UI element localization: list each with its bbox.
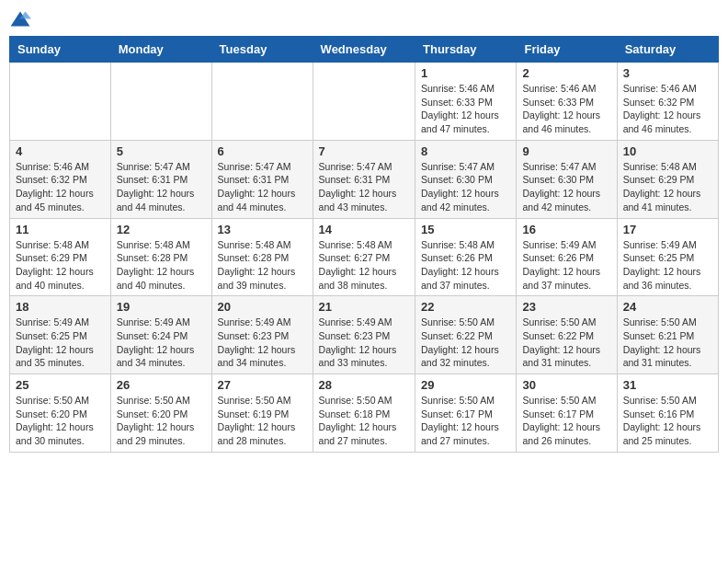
day-info: Sunrise: 5:46 AM Sunset: 6:32 PM Dayligh… bbox=[623, 82, 712, 136]
calendar-cell bbox=[10, 63, 111, 141]
day-number: 13 bbox=[218, 223, 307, 236]
day-info: Sunrise: 5:46 AM Sunset: 6:32 PM Dayligh… bbox=[16, 160, 105, 214]
calendar-cell: 13Sunrise: 5:48 AM Sunset: 6:28 PM Dayli… bbox=[211, 218, 313, 296]
day-info: Sunrise: 5:50 AM Sunset: 6:16 PM Dayligh… bbox=[623, 394, 712, 448]
calendar-cell: 26Sunrise: 5:50 AM Sunset: 6:20 PM Dayli… bbox=[110, 374, 211, 453]
day-number: 28 bbox=[319, 378, 409, 392]
calendar-cell: 1Sunrise: 5:46 AM Sunset: 6:33 PM Daylig… bbox=[415, 63, 517, 141]
calendar-cell bbox=[211, 63, 313, 141]
day-number: 25 bbox=[16, 378, 105, 392]
header-tuesday: Tuesday bbox=[211, 37, 313, 63]
day-number: 10 bbox=[623, 144, 712, 158]
day-number: 15 bbox=[421, 223, 510, 236]
day-number: 31 bbox=[623, 378, 712, 392]
day-number: 19 bbox=[117, 300, 206, 314]
day-number: 2 bbox=[522, 66, 610, 80]
calendar-cell: 19Sunrise: 5:49 AM Sunset: 6:24 PM Dayli… bbox=[110, 296, 211, 374]
day-number: 29 bbox=[421, 378, 510, 392]
day-info: Sunrise: 5:50 AM Sunset: 6:19 PM Dayligh… bbox=[218, 394, 307, 448]
day-number: 30 bbox=[522, 378, 610, 392]
day-info: Sunrise: 5:46 AM Sunset: 6:33 PM Dayligh… bbox=[421, 82, 510, 136]
day-info: Sunrise: 5:49 AM Sunset: 6:25 PM Dayligh… bbox=[623, 238, 712, 293]
week-row-4: 18Sunrise: 5:49 AM Sunset: 6:25 PM Dayli… bbox=[10, 296, 719, 374]
day-number: 9 bbox=[522, 144, 610, 158]
calendar-table: SundayMondayTuesdayWednesdayThursdayFrid… bbox=[9, 36, 719, 453]
day-info: Sunrise: 5:50 AM Sunset: 6:21 PM Dayligh… bbox=[623, 316, 712, 370]
day-info: Sunrise: 5:47 AM Sunset: 6:31 PM Dayligh… bbox=[218, 160, 307, 214]
calendar-cell bbox=[313, 63, 415, 141]
calendar-cell: 7Sunrise: 5:47 AM Sunset: 6:31 PM Daylig… bbox=[313, 140, 415, 218]
header-saturday: Saturday bbox=[617, 37, 718, 63]
day-number: 6 bbox=[218, 144, 307, 158]
calendar-cell: 22Sunrise: 5:50 AM Sunset: 6:22 PM Dayli… bbox=[415, 296, 517, 374]
day-number: 20 bbox=[218, 300, 307, 314]
calendar-cell: 24Sunrise: 5:50 AM Sunset: 6:21 PM Dayli… bbox=[617, 296, 718, 374]
week-row-5: 25Sunrise: 5:50 AM Sunset: 6:20 PM Dayli… bbox=[10, 374, 719, 453]
calendar-cell: 12Sunrise: 5:48 AM Sunset: 6:28 PM Dayli… bbox=[110, 218, 211, 296]
day-number: 12 bbox=[117, 223, 206, 236]
calendar-cell: 28Sunrise: 5:50 AM Sunset: 6:18 PM Dayli… bbox=[313, 374, 415, 453]
week-row-2: 4Sunrise: 5:46 AM Sunset: 6:32 PM Daylig… bbox=[10, 140, 719, 218]
day-info: Sunrise: 5:50 AM Sunset: 6:22 PM Dayligh… bbox=[522, 316, 610, 370]
calendar-cell: 18Sunrise: 5:49 AM Sunset: 6:25 PM Dayli… bbox=[10, 296, 111, 374]
calendar-cell: 10Sunrise: 5:48 AM Sunset: 6:29 PM Dayli… bbox=[617, 140, 718, 218]
day-number: 27 bbox=[218, 378, 307, 392]
day-number: 17 bbox=[623, 223, 712, 236]
day-info: Sunrise: 5:50 AM Sunset: 6:17 PM Dayligh… bbox=[421, 394, 510, 448]
calendar-cell: 3Sunrise: 5:46 AM Sunset: 6:32 PM Daylig… bbox=[617, 63, 718, 141]
day-number: 14 bbox=[319, 223, 409, 236]
day-number: 23 bbox=[522, 300, 610, 314]
day-number: 1 bbox=[421, 66, 510, 80]
calendar-cell: 16Sunrise: 5:49 AM Sunset: 6:26 PM Dayli… bbox=[517, 218, 617, 296]
week-row-1: 1Sunrise: 5:46 AM Sunset: 6:33 PM Daylig… bbox=[10, 63, 719, 141]
header bbox=[9, 9, 719, 29]
day-info: Sunrise: 5:50 AM Sunset: 6:20 PM Dayligh… bbox=[117, 394, 206, 448]
day-info: Sunrise: 5:48 AM Sunset: 6:29 PM Dayligh… bbox=[16, 238, 105, 293]
calendar-cell: 17Sunrise: 5:49 AM Sunset: 6:25 PM Dayli… bbox=[617, 218, 718, 296]
day-number: 4 bbox=[16, 144, 105, 158]
day-number: 24 bbox=[623, 300, 712, 314]
day-number: 3 bbox=[623, 66, 712, 80]
day-number: 22 bbox=[421, 300, 510, 314]
calendar-cell: 9Sunrise: 5:47 AM Sunset: 6:30 PM Daylig… bbox=[517, 140, 617, 218]
calendar-cell: 23Sunrise: 5:50 AM Sunset: 6:22 PM Dayli… bbox=[517, 296, 617, 374]
calendar-cell: 11Sunrise: 5:48 AM Sunset: 6:29 PM Dayli… bbox=[10, 218, 111, 296]
day-number: 18 bbox=[16, 300, 105, 314]
day-info: Sunrise: 5:47 AM Sunset: 6:30 PM Dayligh… bbox=[421, 160, 510, 214]
day-number: 8 bbox=[421, 144, 510, 158]
logo bbox=[9, 9, 35, 29]
calendar-cell: 4Sunrise: 5:46 AM Sunset: 6:32 PM Daylig… bbox=[10, 140, 111, 218]
calendar-cell: 2Sunrise: 5:46 AM Sunset: 6:33 PM Daylig… bbox=[517, 63, 617, 141]
day-info: Sunrise: 5:49 AM Sunset: 6:23 PM Dayligh… bbox=[319, 316, 409, 370]
day-number: 26 bbox=[117, 378, 206, 392]
week-row-3: 11Sunrise: 5:48 AM Sunset: 6:29 PM Dayli… bbox=[10, 218, 719, 296]
header-friday: Friday bbox=[517, 37, 617, 63]
day-info: Sunrise: 5:48 AM Sunset: 6:27 PM Dayligh… bbox=[319, 238, 409, 293]
calendar-cell: 5Sunrise: 5:47 AM Sunset: 6:31 PM Daylig… bbox=[110, 140, 211, 218]
day-info: Sunrise: 5:50 AM Sunset: 6:20 PM Dayligh… bbox=[16, 394, 105, 448]
day-number: 16 bbox=[522, 223, 610, 236]
calendar-cell: 31Sunrise: 5:50 AM Sunset: 6:16 PM Dayli… bbox=[617, 374, 718, 453]
header-wednesday: Wednesday bbox=[313, 37, 415, 63]
day-info: Sunrise: 5:48 AM Sunset: 6:26 PM Dayligh… bbox=[421, 238, 510, 293]
logo-icon bbox=[9, 10, 31, 29]
calendar-cell: 15Sunrise: 5:48 AM Sunset: 6:26 PM Dayli… bbox=[415, 218, 517, 296]
calendar-header-row: SundayMondayTuesdayWednesdayThursdayFrid… bbox=[10, 37, 719, 63]
calendar-cell bbox=[110, 63, 211, 141]
day-info: Sunrise: 5:49 AM Sunset: 6:26 PM Dayligh… bbox=[522, 238, 610, 293]
calendar-cell: 6Sunrise: 5:47 AM Sunset: 6:31 PM Daylig… bbox=[211, 140, 313, 218]
header-thursday: Thursday bbox=[415, 37, 517, 63]
day-info: Sunrise: 5:47 AM Sunset: 6:30 PM Dayligh… bbox=[522, 160, 610, 214]
header-monday: Monday bbox=[110, 37, 211, 63]
day-number: 5 bbox=[117, 144, 206, 158]
day-number: 21 bbox=[319, 300, 409, 314]
calendar-cell: 8Sunrise: 5:47 AM Sunset: 6:30 PM Daylig… bbox=[415, 140, 517, 218]
calendar-cell: 27Sunrise: 5:50 AM Sunset: 6:19 PM Dayli… bbox=[211, 374, 313, 453]
calendar-cell: 21Sunrise: 5:49 AM Sunset: 6:23 PM Dayli… bbox=[313, 296, 415, 374]
day-info: Sunrise: 5:50 AM Sunset: 6:18 PM Dayligh… bbox=[319, 394, 409, 448]
day-info: Sunrise: 5:48 AM Sunset: 6:29 PM Dayligh… bbox=[623, 160, 712, 214]
calendar-cell: 25Sunrise: 5:50 AM Sunset: 6:20 PM Dayli… bbox=[10, 374, 111, 453]
day-info: Sunrise: 5:47 AM Sunset: 6:31 PM Dayligh… bbox=[117, 160, 206, 214]
day-info: Sunrise: 5:48 AM Sunset: 6:28 PM Dayligh… bbox=[117, 238, 206, 293]
day-info: Sunrise: 5:50 AM Sunset: 6:17 PM Dayligh… bbox=[522, 394, 610, 448]
